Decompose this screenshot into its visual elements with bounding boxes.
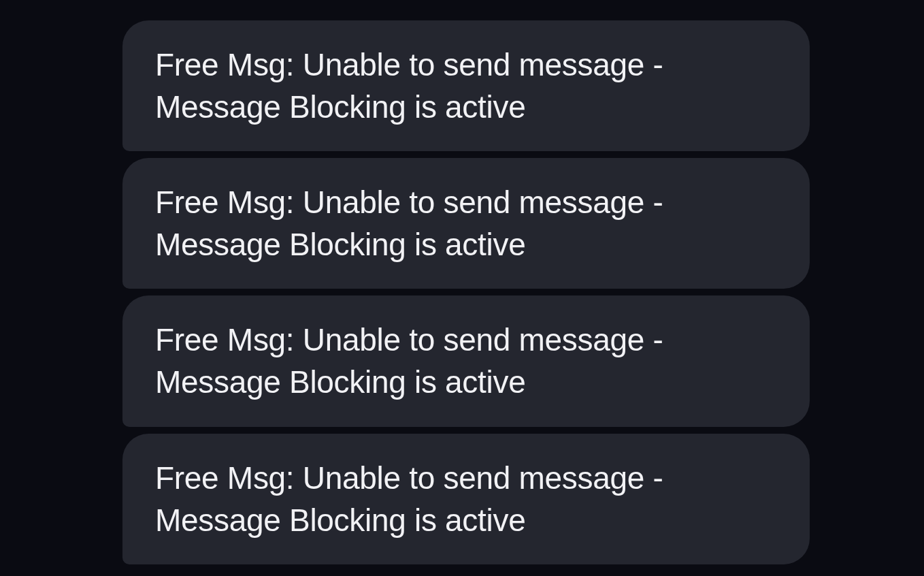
message-text: Free Msg: Unable to send message - Messa… [155,460,663,538]
message-bubble[interactable]: Free Msg: Unable to send message - Messa… [122,295,810,426]
message-text: Free Msg: Unable to send message - Messa… [155,185,663,262]
message-text: Free Msg: Unable to send message - Messa… [155,47,663,125]
message-list: Free Msg: Unable to send message - Messa… [0,20,924,564]
message-bubble[interactable]: Free Msg: Unable to send message - Messa… [122,434,810,564]
message-bubble[interactable]: Free Msg: Unable to send message - Messa… [122,158,810,289]
message-bubble[interactable]: Free Msg: Unable to send message - Messa… [122,20,810,151]
message-text: Free Msg: Unable to send message - Messa… [155,322,663,400]
